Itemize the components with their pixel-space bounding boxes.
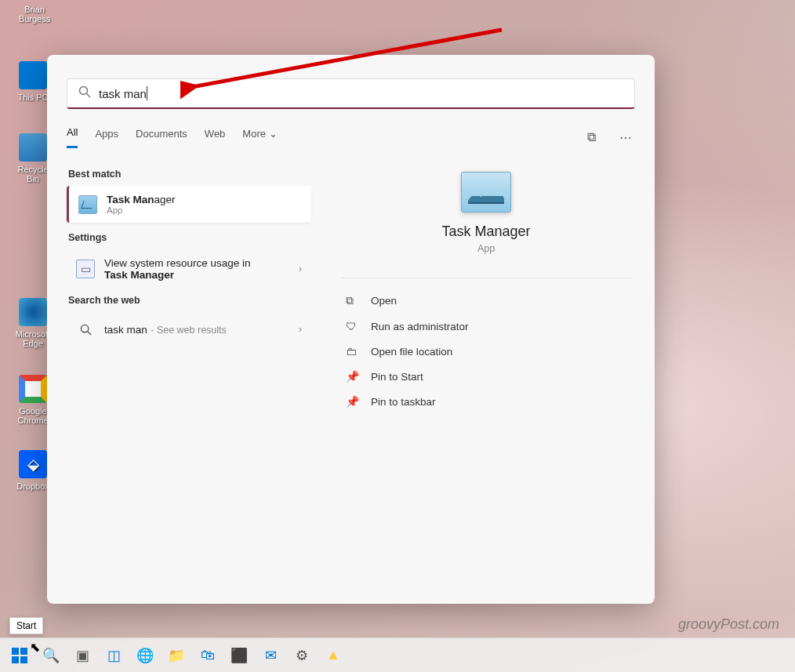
recycle-bin-icon (19, 133, 47, 162)
action-label: Pin to taskbar (371, 396, 436, 408)
desktop-icon-edge[interactable]: Microsoft Edge (14, 298, 52, 348)
taskbar-mail[interactable]: ✉ (257, 642, 284, 669)
search-box[interactable]: task man (67, 78, 635, 109)
folder-icon: 🗀 (346, 345, 360, 358)
preview-column: Task Manager App ⧉Open🛡Run as administra… (318, 148, 655, 604)
action-pin-start[interactable]: 📌Pin to Start (341, 364, 631, 389)
divider (341, 278, 631, 278)
chevron-right-icon: › (299, 324, 302, 335)
task-manager-large-icon (461, 172, 511, 212)
taskbar-task-view[interactable]: ▣ (69, 642, 96, 669)
start-search-panel: task man All Apps Documents Web More ⌄ ⧉… (47, 55, 655, 604)
action-open[interactable]: ⧉Open (341, 288, 631, 314)
search-icon (76, 320, 95, 339)
taskbar-widgets[interactable]: ◫ (100, 642, 127, 669)
app-icon: ▲ (326, 647, 340, 663)
widgets-icon: ◫ (107, 647, 121, 664)
desktop-icon-this-pc[interactable]: This PC (14, 61, 52, 102)
result-system-resource-usage[interactable]: ▭ View system resource usage inTask Mana… (67, 249, 311, 289)
store-icon: 🛍 (201, 647, 215, 663)
chevron-down-icon: ⌄ (269, 128, 278, 140)
taskbar-settings[interactable]: ⚙ (289, 642, 315, 669)
action-pin-taskbar[interactable]: 📌Pin to taskbar (341, 389, 631, 414)
taskbar-file-explorer[interactable]: 📁 (163, 642, 190, 669)
svg-line-3 (87, 331, 90, 334)
file-explorer-icon: 📁 (168, 647, 185, 664)
task-manager-icon (78, 195, 97, 214)
taskbar: 🔍▣◫🌐📁🛍⬛✉⚙▲ (0, 637, 795, 672)
settings-icon: ⚙ (296, 647, 308, 664)
action-label: Run as administrator (371, 321, 469, 332)
taskbar-office[interactable]: ⬛ (226, 642, 252, 669)
desktop-icon-dropbox[interactable]: ⬙ Dropbox (14, 450, 52, 491)
taskbar-store[interactable]: 🛍 (194, 642, 221, 669)
search-tabs: All Apps Documents Web More ⌄ ⧉ ⋯ (47, 117, 655, 148)
section-best-match: Best match (68, 169, 311, 180)
section-settings: Settings (68, 232, 311, 243)
windows-logo-icon (12, 648, 27, 663)
desktop-icon-recycle-bin[interactable]: Recycle Bin (14, 133, 52, 183)
edge-icon: 🌐 (136, 647, 154, 664)
mail-icon: ✉ (265, 647, 277, 664)
result-task-manager[interactable]: Task Manager App (67, 186, 311, 223)
admin-icon: 🛡 (346, 320, 360, 332)
more-options-icon[interactable]: ⋯ (616, 127, 635, 148)
open-icon: ⧉ (346, 294, 360, 307)
action-folder[interactable]: 🗀Open file location (341, 339, 631, 364)
watermark: groovyPost.com (678, 616, 779, 633)
feedback-icon[interactable]: ⧉ (584, 127, 599, 147)
action-label: Open (371, 295, 397, 307)
section-search-web: Search the web (68, 295, 311, 306)
taskbar-edge[interactable]: 🌐 (132, 642, 158, 669)
start-tooltip: Start (9, 617, 43, 634)
chrome-icon (19, 375, 47, 403)
results-column: Best match Task Manager App Settings ▭ V… (47, 148, 318, 604)
start-button[interactable] (6, 642, 33, 669)
dropbox-icon: ⬙ (19, 450, 47, 478)
desktop-icon-chrome[interactable]: Google Chrome (14, 375, 52, 425)
task-view-icon: ▣ (76, 647, 89, 664)
desktop-user-label: Brian Burgess (16, 5, 53, 24)
tab-all[interactable]: All (67, 126, 78, 148)
pin-taskbar-icon: 📌 (346, 395, 360, 408)
action-label: Pin to Start (371, 371, 423, 383)
pin-start-icon: 📌 (346, 370, 360, 383)
taskbar-search[interactable]: 🔍 (38, 642, 64, 669)
preview-subtitle: App (341, 243, 631, 254)
monitor-icon: ▭ (76, 260, 95, 278)
pc-icon (19, 61, 47, 89)
office-icon: ⬛ (231, 647, 248, 664)
preview-title: Task Manager (341, 223, 631, 240)
action-label: Open file location (371, 346, 452, 358)
edge-icon (19, 298, 47, 326)
tab-web[interactable]: Web (205, 128, 226, 147)
tab-more[interactable]: More ⌄ (242, 128, 277, 147)
result-web-search[interactable]: task man - See web results › (67, 312, 311, 347)
tab-documents[interactable]: Documents (136, 128, 187, 147)
svg-point-2 (81, 325, 88, 332)
chevron-right-icon: › (299, 263, 302, 274)
taskbar-app[interactable]: ▲ (320, 642, 347, 669)
tab-apps[interactable]: Apps (95, 128, 118, 147)
search-icon: 🔍 (42, 647, 60, 664)
action-admin[interactable]: 🛡Run as administrator (341, 314, 631, 339)
